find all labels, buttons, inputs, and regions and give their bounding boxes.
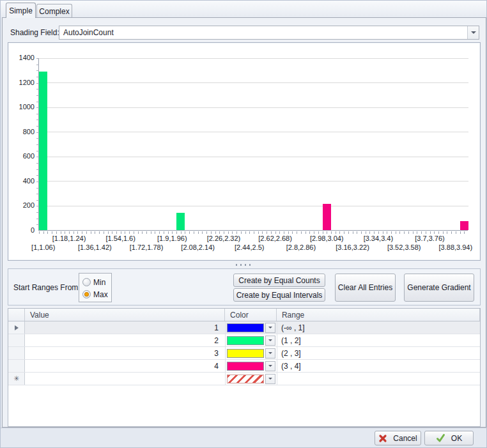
y-gridline [39,181,468,182]
chevron-down-icon [471,31,476,34]
row-indicator-cell: ✳ [8,373,25,385]
ok-button[interactable]: OK [424,431,474,445]
range-cell[interactable]: (2 , 3] [277,347,480,359]
grid-header-row: ValueColorRange [8,309,480,321]
color-swatch[interactable] [227,362,264,371]
grid-indicator-header[interactable] [8,309,25,321]
x-axis-label-lower: [3.88,3.94) [417,243,487,251]
color-swatch[interactable] [227,323,264,332]
y-gridline [39,82,468,83]
value-cell[interactable] [25,373,226,385]
tab-strip: Simple Complex [1,1,486,17]
grid-column-header-color[interactable]: Color [225,309,277,321]
radio-max[interactable]: Max [82,288,111,300]
color-dropdown-button[interactable] [265,361,275,371]
chart-plot-area: 0200400600800100012001400[1.18,1.24)[1.5… [38,58,468,231]
range-controls-panel: Start Ranges From: Min Max Create by Equ… [8,268,481,305]
clear-all-entries-button[interactable]: Clear All Entries [335,274,396,302]
start-ranges-label: Start Ranges From: [13,283,81,292]
y-axis-tick-label: 600 [10,152,35,160]
current-row-arrow-icon [15,325,19,330]
chevron-down-icon [268,378,272,380]
y-gridline [39,58,468,59]
grid-row[interactable]: 4(3 , 4] [8,360,480,373]
tab-complex[interactable]: Complex [36,4,72,18]
create-by-equal-counts-button[interactable]: Create by Equal Counts [233,274,325,287]
color-swatch[interactable] [227,375,264,383]
grid-row[interactable]: 1(-∞ , 1] [8,321,480,334]
generate-gradient-button[interactable]: Generate Gradient [404,274,474,302]
grid-row[interactable]: 3(2 , 3] [8,347,480,360]
color-dropdown-button[interactable] [265,323,275,333]
color-cell[interactable] [226,373,277,385]
start-ranges-radio-group: Min Max [79,273,112,302]
color-cell[interactable] [226,321,277,334]
y-axis-tick-label: 1400 [10,54,35,61]
tab-simple[interactable]: Simple [6,3,36,18]
ok-check-icon [436,433,445,443]
radio-min-icon [82,278,91,286]
cancel-button[interactable]: Cancel [375,431,421,445]
grid-row[interactable]: 2(1 , 2] [8,334,480,347]
radio-min-label: Min [93,278,105,287]
color-cell[interactable] [226,347,277,359]
y-axis-tick-label: 1200 [10,79,35,86]
chart-bar [176,213,185,230]
ranges-grid: ValueColorRange1(-∞ , 1]2(1 , 2]3(2 , 3]… [8,308,481,427]
splitter-dots-icon [236,264,252,266]
shading-dialog: Simple Complex Shading Field: AutoJoinCo… [0,0,487,448]
dialog-footer: Cancel OK [1,428,487,448]
x-axis-ticks [39,231,468,234]
cancel-button-label: Cancel [393,434,417,443]
y-axis-tick-label: 200 [10,201,35,209]
color-swatch[interactable] [227,336,264,345]
y-axis-tick-label: 800 [10,128,35,135]
color-dropdown-button[interactable] [265,348,275,359]
tab-page-simple: Shading Field: AutoJoinCount 02004006008… [2,17,486,428]
row-indicator-cell [8,321,25,334]
chevron-down-icon [268,352,272,354]
radio-min[interactable]: Min [82,276,111,288]
chevron-down-icon [268,327,272,328]
x-axis-label-upper: [3.7,3.76) [392,235,468,242]
shading-field-value: AutoJoinCount [59,28,467,37]
new-row-asterisk-icon: ✳ [13,375,19,382]
chevron-down-icon [268,365,272,367]
histogram-chart-panel: 0200400600800100012001400[1.18,1.24)[1.5… [8,42,481,261]
grid-column-header-range[interactable]: Range [277,309,480,321]
grid-row[interactable]: ✳ [8,373,480,385]
row-indicator-cell [8,360,25,372]
chevron-down-icon [268,339,272,341]
y-axis-tick-label: 400 [10,177,35,185]
value-cell[interactable]: 3 [25,347,226,359]
splitter-handle[interactable] [8,262,481,267]
color-cell[interactable] [226,360,277,372]
row-indicator-cell [8,347,25,359]
value-cell[interactable]: 2 [25,334,226,346]
radio-max-label: Max [93,290,108,299]
cancel-x-icon [378,434,387,443]
value-cell[interactable]: 4 [25,360,226,372]
shading-field-combobox[interactable]: AutoJoinCount [59,26,479,40]
chart-bar [460,221,468,230]
y-gridline [39,132,468,132]
color-cell[interactable] [226,334,277,346]
ok-button-label: OK [451,434,462,443]
range-cell[interactable]: (-∞ , 1] [277,321,480,334]
y-axis-tick-label: 0 [10,226,35,234]
grid-column-header-value[interactable]: Value [25,309,225,321]
color-swatch[interactable] [227,349,264,358]
create-by-equal-intervals-button[interactable]: Create by Equal Intervals [233,288,325,302]
range-cell[interactable] [277,373,480,385]
y-gridline [39,157,468,157]
color-dropdown-button[interactable] [265,374,275,384]
tab-complex-label: Complex [39,7,69,16]
value-cell[interactable]: 1 [25,321,226,334]
range-cell[interactable]: (3 , 4] [277,360,480,372]
color-dropdown-button[interactable] [265,336,275,346]
tab-simple-label: Simple [9,6,33,15]
range-cell[interactable]: (1 , 2] [277,334,480,346]
y-gridline [39,206,468,206]
combobox-dropdown-button[interactable] [467,26,479,39]
y-axis-tick-label: 1000 [10,103,35,111]
